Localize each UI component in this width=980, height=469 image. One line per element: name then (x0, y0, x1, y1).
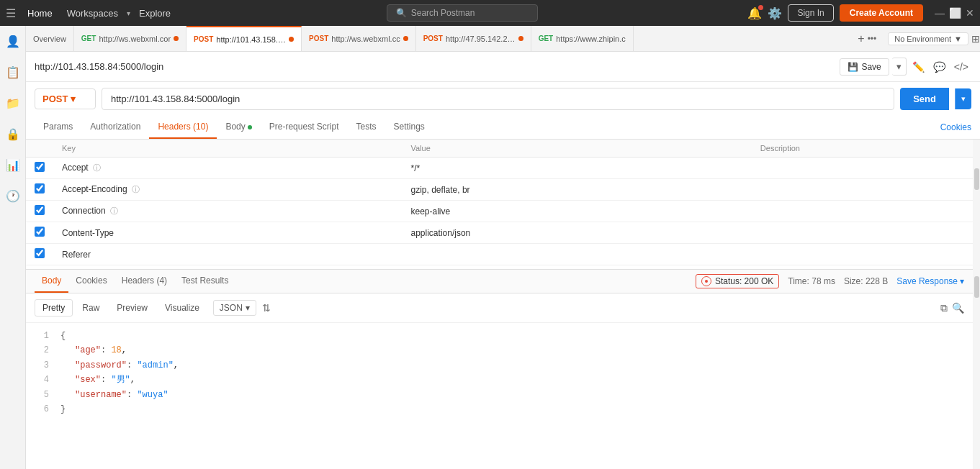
more-tabs-button[interactable]: ••• (868, 34, 877, 44)
nav-workspaces[interactable]: Workspaces (61, 5, 124, 22)
table-row: Connection ⓘ keep-alive (26, 201, 973, 222)
grid-icon[interactable]: ⊞ (971, 33, 980, 45)
method-select[interactable]: POST ▾ (35, 88, 96, 109)
header-checkbox-4[interactable] (35, 227, 45, 237)
comment-icon[interactable]: 💬 (930, 58, 948, 76)
scroll-thumb-bottom[interactable] (974, 276, 979, 298)
filter-icon[interactable]: ⇅ (262, 302, 271, 314)
response-tabs-bar: Body Cookies Headers (4) Test Results St… (26, 270, 973, 293)
request-tabs: Params Authorization Headers (10) Body P… (26, 116, 980, 140)
tab-post-3[interactable]: POST http://47.95.142.233 (416, 26, 531, 52)
col-value: Value (403, 140, 752, 158)
topbar: ☰ Home Workspaces ▾ Explore 🔍 Search Pos… (0, 0, 980, 26)
tab-settings[interactable]: Settings (385, 116, 433, 139)
resp-preview-tab[interactable]: Preview (109, 299, 156, 317)
json-line-3: 3 "password": "admin", (35, 358, 964, 373)
maximize-icon[interactable]: ⬜ (949, 7, 961, 19)
save-button[interactable]: 💾 Save Response Save (840, 58, 889, 76)
header-value-1: */* (403, 158, 752, 179)
save-dropdown-button[interactable]: ▾ (892, 58, 907, 76)
tab-get-ws[interactable]: GET http://ws.webxml.cor (74, 26, 186, 52)
sidebar-monitor-icon[interactable]: 📊 (3, 155, 23, 175)
header-checkbox-3[interactable] (35, 205, 45, 215)
close-icon[interactable]: ✕ (966, 7, 974, 19)
line-num-4: 4 (35, 373, 49, 387)
url-input[interactable] (102, 88, 894, 110)
scroll-thumb-top[interactable] (974, 168, 979, 190)
search-response-icon[interactable]: 🔍 (952, 302, 964, 314)
method-label: POST (42, 94, 68, 104)
json-format-label: JSON (220, 303, 243, 313)
settings-icon[interactable]: ⚙️ (768, 6, 782, 20)
search-placeholder: Search Postman (411, 8, 475, 18)
tab-authorization[interactable]: Authorization (81, 116, 149, 139)
status-badge: Status: 200 OK (696, 274, 779, 288)
tab-body[interactable]: Body (217, 116, 260, 139)
tab-get-zhipin[interactable]: GET https://www.zhipin.c (531, 26, 634, 52)
copy-icon[interactable]: ⧉ (940, 302, 948, 314)
code-icon[interactable]: </> (951, 58, 971, 76)
notifications-icon[interactable]: 🔔 (747, 6, 762, 20)
sidebar-environment-icon[interactable]: 📁 (3, 94, 23, 113)
menu-icon[interactable]: ☰ (6, 6, 16, 20)
request-url-path: http://101.43.158.84:5000/login (35, 61, 834, 72)
send-dropdown-button[interactable]: ▾ (955, 88, 971, 109)
header-checkbox-2[interactable] (35, 183, 45, 193)
env-label: No Environment (894, 35, 951, 43)
main-layout: 👤 📋 📁 🔒 📊 🕐 Overview GET http://ws.webxm… (0, 26, 980, 469)
resp-tab-body[interactable]: Body (35, 270, 68, 293)
table-row: Accept ⓘ */* (26, 158, 973, 179)
right-scrollbar[interactable] (973, 140, 980, 469)
header-checkbox-1[interactable] (35, 162, 45, 172)
resp-view-tabs: Pretty Raw Preview Visualize (35, 299, 207, 317)
line-num-5: 5 (35, 388, 49, 402)
nav-explore[interactable]: Explore (133, 5, 176, 22)
resp-pretty-tab[interactable]: Pretty (35, 299, 73, 317)
sidebar-collection-icon[interactable]: 📋 (3, 63, 23, 82)
minimize-icon[interactable]: — (935, 7, 945, 19)
signin-button[interactable]: Sign In (788, 4, 833, 22)
resp-visualize-tab[interactable]: Visualize (157, 299, 207, 317)
search-box[interactable]: 🔍 Search Postman (387, 4, 538, 22)
add-tab-button[interactable]: + (858, 32, 864, 45)
info-icon-2[interactable]: ⓘ (132, 185, 140, 193)
info-icon-3[interactable]: ⓘ (110, 206, 118, 215)
tab-post-active[interactable]: POST http://101.43.158.84 (186, 26, 302, 52)
tab-dot-2 (289, 37, 294, 42)
env-selector[interactable]: No Environment ▼ (888, 32, 968, 45)
method-arrow-icon: ▾ (71, 94, 76, 104)
json-format-select[interactable]: JSON ▾ (213, 300, 256, 316)
line-num-6: 6 (35, 402, 49, 416)
tabs-bar: Overview GET http://ws.webxml.cor POST h… (26, 26, 980, 52)
json-format-arrow-icon: ▾ (246, 303, 250, 313)
request-section: POST ▾ Send ▾ (26, 82, 980, 116)
response-section: Body Cookies Headers (4) Test Results St… (26, 269, 973, 422)
resp-tab-headers[interactable]: Headers (4) (114, 270, 174, 293)
cookies-link[interactable]: Cookies (940, 122, 971, 132)
edit-icon[interactable]: ✏️ (909, 58, 927, 76)
tab-params[interactable]: Params (35, 116, 81, 139)
tab-post-2[interactable]: POST http://ws.webxml.cc (302, 26, 416, 52)
tab-headers[interactable]: Headers (10) (149, 116, 217, 139)
sidebar-history-icon[interactable]: 🕐 (3, 186, 23, 206)
resp-tab-testresults[interactable]: Test Results (174, 270, 235, 293)
save-response-button[interactable]: Save Response ▾ (896, 276, 964, 286)
tab-overview[interactable]: Overview (26, 26, 74, 52)
sidebar-mock-icon[interactable]: 🔒 (3, 124, 23, 144)
resp-raw-tab[interactable]: Raw (74, 299, 107, 317)
tab-prerequest[interactable]: Pre-request Script (261, 116, 348, 139)
method-url-row: POST ▾ Send ▾ (35, 82, 971, 116)
header-checkbox-5[interactable] (35, 248, 45, 258)
sidebar-user-icon[interactable]: 👤 (3, 32, 23, 51)
url-bar: http://101.43.158.84:5000/login 💾 Save R… (26, 52, 980, 82)
info-icon-1[interactable]: ⓘ (93, 163, 101, 172)
save-icon: 💾 (848, 62, 858, 72)
header-value-4: application/json (403, 222, 752, 244)
tab-tests[interactable]: Tests (347, 116, 385, 139)
send-button[interactable]: Send (900, 88, 949, 110)
workspaces-arrow-icon: ▾ (127, 9, 130, 17)
nav-home[interactable]: Home (22, 5, 58, 22)
create-account-button[interactable]: Create Account (840, 4, 923, 22)
json-line-4: 4 "sex": "男", (35, 373, 964, 387)
resp-tab-cookies[interactable]: Cookies (68, 270, 114, 293)
